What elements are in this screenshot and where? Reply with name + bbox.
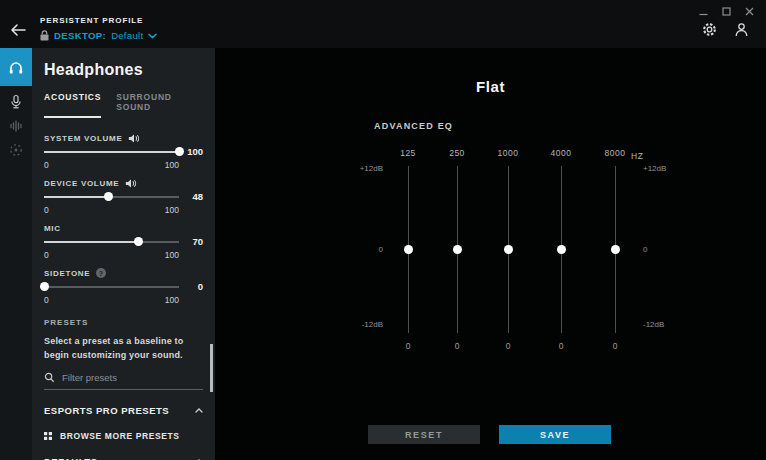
soundwave-icon [8,118,24,134]
sidetone-slider[interactable] [44,286,179,288]
range-min: 0 [44,295,49,310]
scale-mid-right: 0 [643,245,647,254]
back-arrow-icon[interactable] [8,22,28,38]
eq-slider-knob[interactable] [453,245,462,254]
profile-name: Default [111,30,143,41]
slider-knob[interactable] [175,147,184,156]
browse-more-presets-label: BROWSE MORE PRESETS [60,431,180,441]
eq-slider-track[interactable] [615,166,616,333]
reset-button[interactable]: RESET [368,425,480,444]
help-icon[interactable] [96,268,106,278]
device-volume-group: DEVICE VOLUME 48 0 100 [44,176,203,220]
band-freq-label: 8000 [595,148,635,162]
sidebar-item-headphones[interactable] [0,48,32,86]
lock-icon [40,30,49,41]
eq-band-1000: 1000 0 [488,148,528,351]
microphone-icon [8,94,24,110]
slider-knob[interactable] [104,192,113,201]
chevron-up-icon [195,408,203,413]
device-volume-slider[interactable] [44,196,179,198]
profile-selector[interactable]: DESKTOP: Default [40,30,157,41]
eq-slider-knob[interactable] [611,245,620,254]
tab-acoustics[interactable]: ACOUSTICS [44,92,101,118]
scale-min-left: -12dB [328,320,383,329]
user-icon[interactable] [733,21,750,38]
tab-bar: ACOUSTICS SURROUND SOUND [44,92,203,118]
group-header-label: DEFAULTS [44,456,97,460]
headphones-icon [8,60,24,75]
system-volume-group: SYSTEM VOLUME 100 0 100 [44,131,203,175]
tab-surround-sound[interactable]: SURROUND SOUND [116,92,203,118]
range-max: 100 [165,205,179,220]
save-button[interactable]: SAVE [499,425,611,444]
eq-slider-track[interactable] [561,166,562,333]
sidetone-group: SIDETONE 0 0 100 [44,266,203,310]
sidebar-item-microphone[interactable] [0,90,32,114]
eq-band-250: 250 0 [437,148,477,351]
eq-slider-knob[interactable] [404,245,413,254]
range-min: 0 [44,205,49,220]
scale-max-left: +12dB [328,164,383,173]
scale-max-right: +12dB [643,164,666,173]
device-volume-label: DEVICE VOLUME [44,179,119,188]
persistent-profile-label: PERSISTENT PROFILE [40,16,157,25]
mic-slider[interactable] [44,241,179,243]
mic-group: MIC 70 0 100 [44,221,203,265]
slider-knob[interactable] [134,237,143,246]
device-volume-value: 48 [179,191,203,202]
active-preset-title: Flat [215,78,766,95]
range-max: 100 [165,295,179,310]
gear-icon[interactable] [701,21,718,38]
chevron-down-icon [148,33,157,39]
filter-presets-input[interactable] [62,372,203,383]
close-icon[interactable] [742,5,756,17]
eq-band-4000: 4000 0 [541,148,581,351]
slider-fill [44,196,109,198]
eq-slider-track[interactable] [508,166,509,333]
eq-band-8000: 8000 0 [595,148,635,351]
defaults-header[interactable]: DEFAULTS [44,456,203,460]
browse-more-presets-button[interactable]: BROWSE MORE PRESETS [44,431,203,441]
band-value: 0 [595,341,635,351]
speaker-icon [128,133,140,144]
presets-description: Select a preset as a baseline to begin c… [44,335,203,362]
esports-pro-presets-header[interactable]: ESPORTS PRO PRESETS [44,405,203,416]
profile-block: PERSISTENT PROFILE DESKTOP: Default [40,16,157,41]
range-min: 0 [44,250,49,265]
range-min: 0 [44,160,49,175]
eq-main-area: Flat ADVANCED EQ HZ +12dB 0 -12dB +12dB … [215,48,766,460]
eq-slider-knob[interactable] [504,245,513,254]
nav-rail [0,48,32,460]
window-controls [696,5,756,17]
slider-knob[interactable] [40,282,49,291]
eq-slider-track[interactable] [408,166,409,333]
scale-min-right: -12dB [643,320,664,329]
band-value: 0 [541,341,581,351]
profile-scope-label: DESKTOP: [54,30,106,41]
sidebar-item-soundwave[interactable] [0,114,32,138]
band-value: 0 [388,341,428,351]
sidetone-value: 0 [179,281,203,292]
slider-fill [44,151,179,153]
range-max: 100 [165,250,179,265]
speaker-icon [125,178,137,189]
presets-heading: PRESETS [44,318,203,327]
eq-band-125: 125 0 [388,148,428,351]
sidebar-item-lighting[interactable] [0,138,32,162]
panel-scrollbar[interactable] [210,344,213,392]
group-header-label: ESPORTS PRO PRESETS [44,405,169,416]
grid-icon [44,432,52,440]
scale-mid-left: 0 [328,245,383,254]
minimize-icon[interactable] [696,5,710,17]
eq-slider-track[interactable] [457,166,458,333]
lighting-icon [8,142,24,158]
preset-filter [44,372,203,390]
eq-slider-knob[interactable] [557,245,566,254]
range-max: 100 [165,160,179,175]
band-freq-label: 125 [388,148,428,162]
band-freq-label: 1000 [488,148,528,162]
band-freq-label: 250 [437,148,477,162]
top-bar: PERSISTENT PROFILE DESKTOP: Default [0,0,766,48]
maximize-icon[interactable] [719,5,733,17]
system-volume-slider[interactable] [44,151,179,153]
